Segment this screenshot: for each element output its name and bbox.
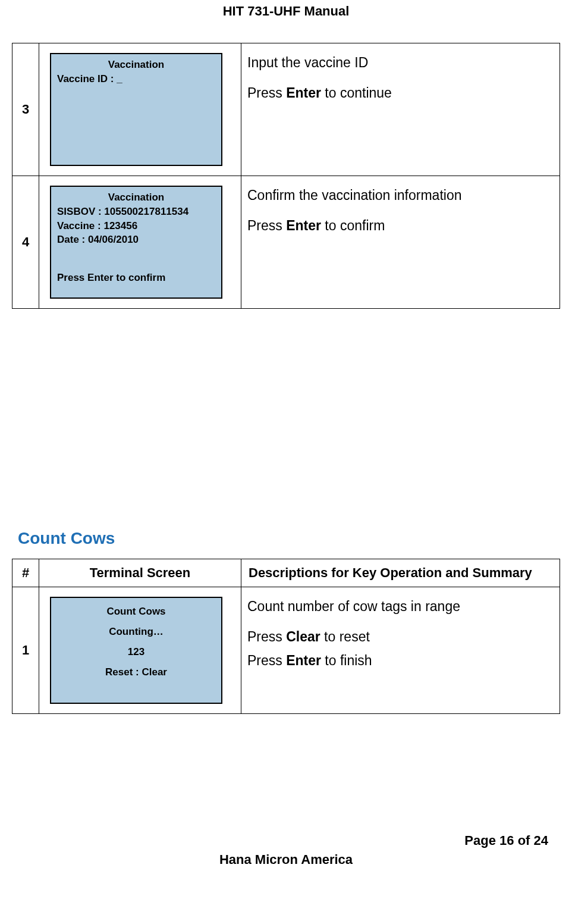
spacer	[12, 321, 560, 523]
terminal-line: Date : 04/06/2010	[57, 233, 215, 247]
text: Press	[247, 218, 286, 233]
table-row: 4 Vaccination SISBOV : 105500217811534 V…	[12, 176, 560, 309]
table-row: 3 Vaccination Vaccine ID : _ Input the v…	[12, 43, 560, 176]
terminal-screen-cell: Count Cows Counting… 123 Reset : Clear	[39, 587, 241, 714]
description-line: Input the vaccine ID	[247, 53, 554, 73]
column-header-screen: Terminal Screen	[39, 559, 241, 587]
key-name: Clear	[286, 629, 320, 644]
text: to confirm	[321, 218, 385, 233]
step-number: 3	[12, 43, 39, 176]
table-header-row: # Terminal Screen Descriptions for Key O…	[12, 559, 560, 587]
text: Press	[247, 653, 286, 668]
terminal-footer: Reset : Clear	[57, 662, 215, 682]
description-line: Press Clear to reset	[247, 627, 554, 647]
count-cows-table: # Terminal Screen Descriptions for Key O…	[12, 559, 560, 714]
terminal-screen-cell: Vaccination Vaccine ID : _	[39, 43, 241, 176]
vaccination-steps-table: 3 Vaccination Vaccine ID : _ Input the v…	[12, 43, 560, 309]
description-line: Count number of cow tags in range	[247, 597, 554, 616]
text: to finish	[321, 653, 372, 668]
page-number: Page 16 of 24	[12, 833, 560, 848]
description-line: Press Enter to continue	[247, 83, 554, 103]
terminal-line: Vaccine ID : _	[57, 72, 215, 86]
description-line: Confirm the vaccination information	[247, 186, 554, 205]
terminal-screen: Count Cows Counting… 123 Reset : Clear	[50, 597, 222, 704]
key-name: Enter	[286, 85, 321, 101]
terminal-title: Vaccination	[57, 58, 215, 72]
page-footer: Page 16 of 24 Hana Micron America	[12, 833, 560, 867]
key-name: Enter	[286, 218, 321, 233]
terminal-line: SISBOV : 105500217811534	[57, 205, 215, 219]
column-header-desc: Descriptions for Key Operation and Summa…	[241, 559, 560, 587]
terminal-screen-cell: Vaccination SISBOV : 105500217811534 Vac…	[39, 176, 241, 309]
step-number: 1	[12, 587, 39, 714]
terminal-line: 123	[57, 642, 215, 662]
table-row: 1 Count Cows Counting… 123 Reset : Clear…	[12, 587, 560, 714]
key-name: Enter	[286, 653, 321, 668]
terminal-title: Count Cows	[57, 602, 215, 622]
terminal-line: Counting…	[57, 622, 215, 642]
description-cell: Count number of cow tags in range Press …	[241, 587, 560, 714]
description-cell: Input the vaccine ID Press Enter to cont…	[241, 43, 560, 176]
terminal-line: Vaccine : 123456	[57, 219, 215, 233]
text: to reset	[320, 629, 370, 644]
terminal-screen: Vaccination Vaccine ID : _	[50, 53, 222, 166]
text: Press	[247, 629, 286, 644]
section-title: Count Cows	[18, 529, 560, 548]
description-cell: Confirm the vaccination information Pres…	[241, 176, 560, 309]
terminal-screen: Vaccination SISBOV : 105500217811534 Vac…	[50, 186, 222, 299]
description-line: Press Enter to confirm	[247, 216, 554, 236]
terminal-footer: Press Enter to confirm	[57, 271, 215, 285]
column-header-num: #	[12, 559, 39, 587]
text: Press	[247, 85, 286, 101]
step-number: 4	[12, 176, 39, 309]
description-line: Press Enter to finish	[247, 651, 554, 671]
text: to continue	[321, 85, 392, 101]
document-title: HIT 731-UHF Manual	[12, 0, 560, 43]
terminal-title: Vaccination	[57, 190, 215, 205]
company-name: Hana Micron America	[12, 852, 560, 867]
